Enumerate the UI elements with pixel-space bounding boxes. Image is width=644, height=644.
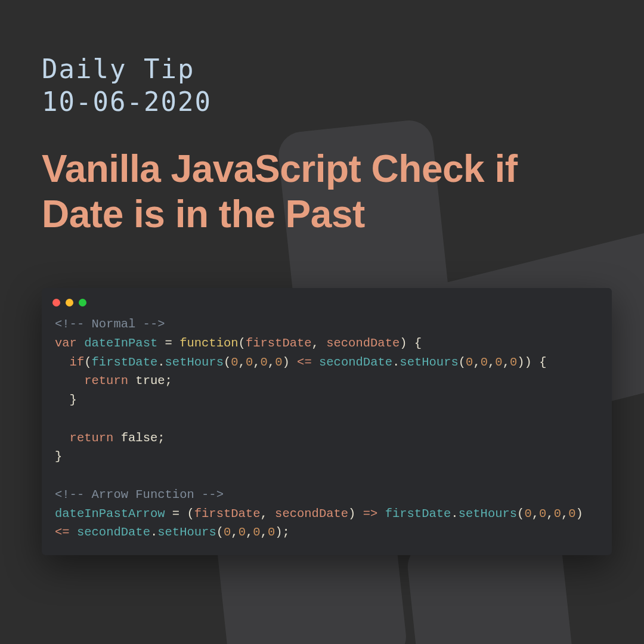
eyebrow: Daily Tip 10-06-2020 — [42, 52, 602, 118]
eyebrow-line-2: 10-06-2020 — [42, 85, 602, 118]
eyebrow-line-1: Daily Tip — [42, 52, 602, 85]
code-window: <!-- Normal --> var dateInPast = functio… — [42, 288, 612, 555]
minimize-icon — [66, 299, 73, 306]
close-icon — [52, 299, 60, 306]
page-title: Vanilla JavaScript Check if Date is in t… — [42, 147, 602, 237]
window-traffic-lights — [42, 288, 612, 312]
code-block: <!-- Normal --> var dateInPast = functio… — [42, 312, 612, 542]
maximize-icon — [79, 299, 86, 306]
